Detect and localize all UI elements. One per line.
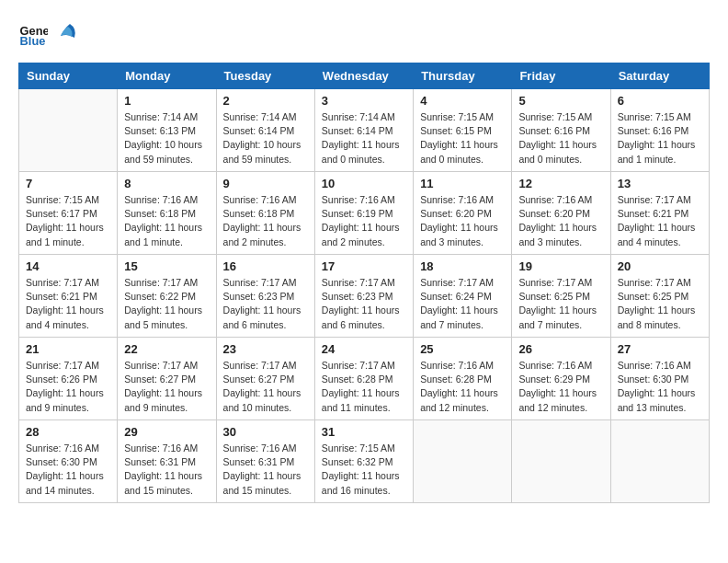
day-number: 7 bbox=[26, 177, 110, 190]
calendar-cell: 29Sunrise: 7:16 AM Sunset: 6:31 PM Dayli… bbox=[118, 420, 216, 503]
calendar-cell: 1Sunrise: 7:14 AM Sunset: 6:13 PM Daylig… bbox=[118, 89, 216, 172]
calendar-cell: 20Sunrise: 7:17 AM Sunset: 6:25 PM Dayli… bbox=[610, 255, 709, 338]
calendar-cell: 15Sunrise: 7:17 AM Sunset: 6:22 PM Dayli… bbox=[118, 255, 216, 338]
calendar-week-5: 28Sunrise: 7:16 AM Sunset: 6:30 PM Dayli… bbox=[19, 420, 710, 503]
day-detail: Sunrise: 7:16 AM Sunset: 6:20 PM Dayligh… bbox=[420, 193, 505, 249]
day-detail: Sunrise: 7:17 AM Sunset: 6:23 PM Dayligh… bbox=[322, 276, 406, 332]
day-detail: Sunrise: 7:16 AM Sunset: 6:19 PM Dayligh… bbox=[322, 193, 406, 249]
day-detail: Sunrise: 7:17 AM Sunset: 6:25 PM Dayligh… bbox=[518, 276, 603, 332]
wing-icon bbox=[51, 19, 79, 47]
day-number: 30 bbox=[223, 425, 308, 439]
calendar-body: 1Sunrise: 7:14 AM Sunset: 6:13 PM Daylig… bbox=[19, 89, 710, 503]
day-number: 6 bbox=[618, 94, 702, 108]
calendar-cell: 26Sunrise: 7:16 AM Sunset: 6:29 PM Dayli… bbox=[512, 338, 610, 420]
calendar-cell: 2Sunrise: 7:14 AM Sunset: 6:14 PM Daylig… bbox=[216, 89, 314, 172]
day-number: 15 bbox=[124, 259, 209, 273]
day-detail: Sunrise: 7:15 AM Sunset: 6:16 PM Dayligh… bbox=[618, 110, 702, 167]
day-number: 14 bbox=[26, 259, 110, 273]
calendar-cell: 27Sunrise: 7:16 AM Sunset: 6:30 PM Dayli… bbox=[610, 338, 709, 420]
day-number: 29 bbox=[124, 425, 209, 439]
calendar-cell: 9Sunrise: 7:16 AM Sunset: 6:18 PM Daylig… bbox=[216, 172, 314, 255]
day-detail: Sunrise: 7:16 AM Sunset: 6:30 PM Dayligh… bbox=[618, 359, 702, 415]
calendar-cell bbox=[19, 89, 118, 172]
day-number: 9 bbox=[223, 177, 308, 190]
day-detail: Sunrise: 7:17 AM Sunset: 6:24 PM Dayligh… bbox=[420, 276, 505, 332]
day-detail: Sunrise: 7:16 AM Sunset: 6:31 PM Dayligh… bbox=[124, 442, 209, 498]
day-detail: Sunrise: 7:16 AM Sunset: 6:20 PM Dayligh… bbox=[518, 193, 603, 249]
weekday-header-friday: Friday bbox=[512, 63, 610, 89]
day-detail: Sunrise: 7:15 AM Sunset: 6:16 PM Dayligh… bbox=[518, 110, 603, 167]
day-number: 3 bbox=[322, 94, 406, 108]
day-number: 20 bbox=[618, 259, 702, 273]
day-number: 19 bbox=[518, 259, 603, 273]
day-detail: Sunrise: 7:17 AM Sunset: 6:21 PM Dayligh… bbox=[26, 276, 110, 332]
day-number: 17 bbox=[322, 259, 406, 273]
day-number: 11 bbox=[420, 177, 505, 190]
day-number: 12 bbox=[518, 177, 603, 190]
weekday-header-tuesday: Tuesday bbox=[216, 63, 314, 89]
weekday-header-monday: Monday bbox=[118, 63, 216, 89]
calendar-cell: 31Sunrise: 7:15 AM Sunset: 6:32 PM Dayli… bbox=[314, 420, 413, 503]
calendar-cell bbox=[512, 420, 610, 503]
weekday-header-saturday: Saturday bbox=[610, 63, 709, 89]
calendar-cell: 14Sunrise: 7:17 AM Sunset: 6:21 PM Dayli… bbox=[19, 255, 118, 338]
day-detail: Sunrise: 7:15 AM Sunset: 6:32 PM Dayligh… bbox=[322, 442, 406, 498]
day-number: 13 bbox=[618, 177, 702, 190]
logo-icon: General Blue bbox=[18, 18, 48, 48]
day-detail: Sunrise: 7:17 AM Sunset: 6:26 PM Dayligh… bbox=[26, 359, 110, 415]
day-number: 25 bbox=[420, 342, 505, 356]
day-detail: Sunrise: 7:17 AM Sunset: 6:21 PM Dayligh… bbox=[618, 193, 702, 249]
day-number: 21 bbox=[26, 342, 110, 356]
day-detail: Sunrise: 7:17 AM Sunset: 6:22 PM Dayligh… bbox=[124, 276, 209, 332]
calendar-cell: 5Sunrise: 7:15 AM Sunset: 6:16 PM Daylig… bbox=[512, 89, 610, 172]
day-detail: Sunrise: 7:17 AM Sunset: 6:28 PM Dayligh… bbox=[322, 359, 406, 415]
logo: General Blue bbox=[18, 18, 79, 48]
day-number: 4 bbox=[420, 94, 505, 108]
calendar-cell: 21Sunrise: 7:17 AM Sunset: 6:26 PM Dayli… bbox=[19, 338, 118, 420]
page-header: General Blue bbox=[18, 18, 710, 48]
day-number: 2 bbox=[223, 94, 308, 108]
svg-text:Blue: Blue bbox=[20, 34, 46, 48]
calendar-cell: 19Sunrise: 7:17 AM Sunset: 6:25 PM Dayli… bbox=[512, 255, 610, 338]
calendar-cell: 24Sunrise: 7:17 AM Sunset: 6:28 PM Dayli… bbox=[314, 338, 413, 420]
calendar-week-3: 14Sunrise: 7:17 AM Sunset: 6:21 PM Dayli… bbox=[19, 255, 710, 338]
day-number: 16 bbox=[223, 259, 308, 273]
day-detail: Sunrise: 7:16 AM Sunset: 6:18 PM Dayligh… bbox=[124, 193, 209, 249]
day-number: 1 bbox=[124, 94, 209, 108]
day-detail: Sunrise: 7:16 AM Sunset: 6:30 PM Dayligh… bbox=[26, 442, 110, 498]
day-detail: Sunrise: 7:15 AM Sunset: 6:17 PM Dayligh… bbox=[26, 193, 110, 249]
day-number: 23 bbox=[223, 342, 308, 356]
day-number: 28 bbox=[26, 425, 110, 439]
calendar-week-2: 7Sunrise: 7:15 AM Sunset: 6:17 PM Daylig… bbox=[19, 172, 710, 255]
day-detail: Sunrise: 7:17 AM Sunset: 6:27 PM Dayligh… bbox=[124, 359, 209, 415]
day-detail: Sunrise: 7:16 AM Sunset: 6:29 PM Dayligh… bbox=[518, 359, 603, 415]
weekday-header-wednesday: Wednesday bbox=[314, 63, 413, 89]
calendar-cell: 25Sunrise: 7:16 AM Sunset: 6:28 PM Dayli… bbox=[414, 338, 512, 420]
day-number: 26 bbox=[518, 342, 603, 356]
calendar-cell: 3Sunrise: 7:14 AM Sunset: 6:14 PM Daylig… bbox=[314, 89, 413, 172]
day-detail: Sunrise: 7:15 AM Sunset: 6:15 PM Dayligh… bbox=[420, 110, 505, 167]
day-detail: Sunrise: 7:14 AM Sunset: 6:14 PM Dayligh… bbox=[322, 110, 406, 167]
calendar-cell: 12Sunrise: 7:16 AM Sunset: 6:20 PM Dayli… bbox=[512, 172, 610, 255]
day-detail: Sunrise: 7:14 AM Sunset: 6:13 PM Dayligh… bbox=[124, 110, 209, 167]
day-detail: Sunrise: 7:16 AM Sunset: 6:28 PM Dayligh… bbox=[420, 359, 505, 415]
calendar-week-1: 1Sunrise: 7:14 AM Sunset: 6:13 PM Daylig… bbox=[19, 89, 710, 172]
day-number: 18 bbox=[420, 259, 505, 273]
calendar-cell: 28Sunrise: 7:16 AM Sunset: 6:30 PM Dayli… bbox=[19, 420, 118, 503]
day-detail: Sunrise: 7:17 AM Sunset: 6:27 PM Dayligh… bbox=[223, 359, 308, 415]
calendar-cell: 17Sunrise: 7:17 AM Sunset: 6:23 PM Dayli… bbox=[314, 255, 413, 338]
calendar-cell: 10Sunrise: 7:16 AM Sunset: 6:19 PM Dayli… bbox=[314, 172, 413, 255]
calendar-cell: 22Sunrise: 7:17 AM Sunset: 6:27 PM Dayli… bbox=[118, 338, 216, 420]
calendar-cell: 16Sunrise: 7:17 AM Sunset: 6:23 PM Dayli… bbox=[216, 255, 314, 338]
calendar-cell: 30Sunrise: 7:16 AM Sunset: 6:31 PM Dayli… bbox=[216, 420, 314, 503]
day-detail: Sunrise: 7:16 AM Sunset: 6:31 PM Dayligh… bbox=[223, 442, 308, 498]
weekday-header-thursday: Thursday bbox=[414, 63, 512, 89]
day-detail: Sunrise: 7:17 AM Sunset: 6:25 PM Dayligh… bbox=[618, 276, 702, 332]
calendar-cell: 23Sunrise: 7:17 AM Sunset: 6:27 PM Dayli… bbox=[216, 338, 314, 420]
day-number: 27 bbox=[618, 342, 702, 356]
day-detail: Sunrise: 7:16 AM Sunset: 6:18 PM Dayligh… bbox=[223, 193, 308, 249]
calendar-cell bbox=[414, 420, 512, 503]
calendar-cell: 4Sunrise: 7:15 AM Sunset: 6:15 PM Daylig… bbox=[414, 89, 512, 172]
day-detail: Sunrise: 7:17 AM Sunset: 6:23 PM Dayligh… bbox=[223, 276, 308, 332]
calendar-cell: 7Sunrise: 7:15 AM Sunset: 6:17 PM Daylig… bbox=[19, 172, 118, 255]
